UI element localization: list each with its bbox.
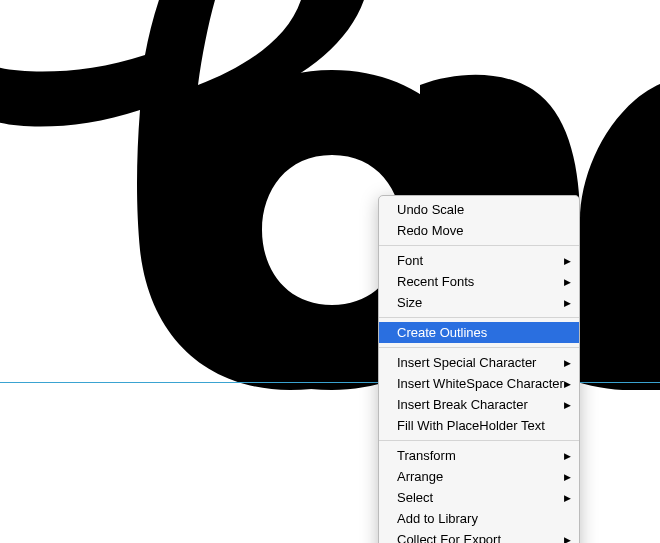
menu-item-add-to-library[interactable]: Add to Library [379, 508, 579, 529]
submenu-arrow-icon: ▶ [564, 531, 571, 543]
menu-item-label: Add to Library [397, 511, 478, 526]
submenu-arrow-icon: ▶ [564, 489, 571, 506]
menu-item-label: Fill With PlaceHolder Text [397, 418, 545, 433]
menu-item-label: Arrange [397, 469, 443, 484]
menu-separator [379, 440, 579, 441]
menu-item-insert-special-character[interactable]: Insert Special Character▶ [379, 352, 579, 373]
menu-item-undo-scale[interactable]: Undo Scale [379, 199, 579, 220]
menu-item-select[interactable]: Select▶ [379, 487, 579, 508]
submenu-arrow-icon: ▶ [564, 294, 571, 311]
menu-item-label: Undo Scale [397, 202, 464, 217]
submenu-arrow-icon: ▶ [564, 252, 571, 269]
menu-item-transform[interactable]: Transform▶ [379, 445, 579, 466]
menu-item-label: Transform [397, 448, 456, 463]
menu-item-label: Recent Fonts [397, 274, 474, 289]
artboard[interactable]: Love Undo ScaleRedo MoveFont▶Recent Font… [0, 0, 660, 543]
menu-item-collect-for-export[interactable]: Collect For Export▶ [379, 529, 579, 543]
menu-item-size[interactable]: Size▶ [379, 292, 579, 313]
menu-item-label: Collect For Export [397, 532, 501, 543]
menu-item-insert-whitespace-character[interactable]: Insert WhiteSpace Character▶ [379, 373, 579, 394]
menu-item-label: Size [397, 295, 422, 310]
menu-item-recent-fonts[interactable]: Recent Fonts▶ [379, 271, 579, 292]
submenu-arrow-icon: ▶ [564, 375, 571, 392]
menu-item-arrange[interactable]: Arrange▶ [379, 466, 579, 487]
menu-item-label: Redo Move [397, 223, 463, 238]
context-menu: Undo ScaleRedo MoveFont▶Recent Fonts▶Siz… [378, 195, 580, 543]
menu-item-label: Select [397, 490, 433, 505]
menu-item-label: Insert Special Character [397, 355, 536, 370]
menu-item-fill-with-placeholder-text[interactable]: Fill With PlaceHolder Text [379, 415, 579, 436]
menu-separator [379, 317, 579, 318]
submenu-arrow-icon: ▶ [564, 447, 571, 464]
glyph-L [0, 0, 430, 410]
menu-item-redo-move[interactable]: Redo Move [379, 220, 579, 241]
submenu-arrow-icon: ▶ [564, 396, 571, 413]
menu-item-insert-break-character[interactable]: Insert Break Character▶ [379, 394, 579, 415]
menu-item-label: Insert WhiteSpace Character [397, 376, 564, 391]
menu-item-create-outlines[interactable]: Create Outlines [379, 322, 579, 343]
menu-item-font[interactable]: Font▶ [379, 250, 579, 271]
menu-separator [379, 245, 579, 246]
submenu-arrow-icon: ▶ [564, 273, 571, 290]
menu-item-label: Insert Break Character [397, 397, 528, 412]
menu-item-label: Font [397, 253, 423, 268]
submenu-arrow-icon: ▶ [564, 468, 571, 485]
menu-separator [379, 347, 579, 348]
menu-item-label: Create Outlines [397, 325, 487, 340]
submenu-arrow-icon: ▶ [564, 354, 571, 371]
